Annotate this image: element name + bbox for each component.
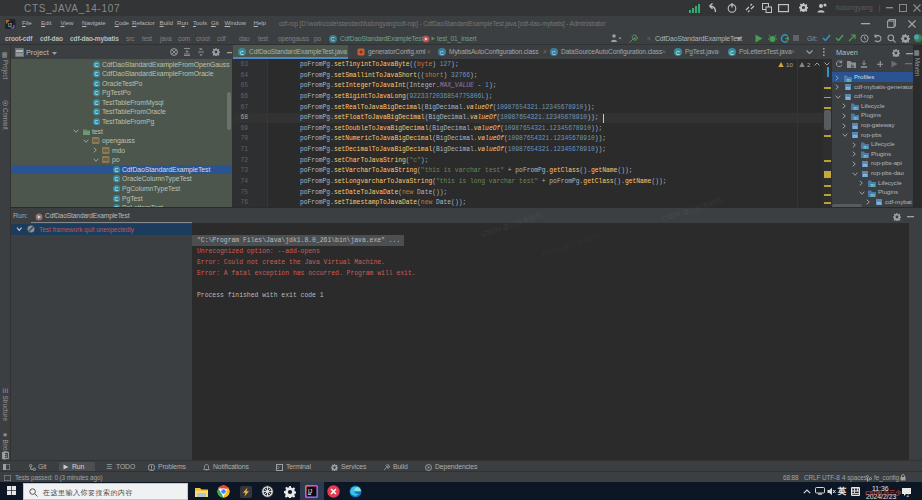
svg-text:C: C [115,167,119,173]
svg-text:m: m [864,143,868,149]
svg-text:C: C [95,81,99,87]
svg-text:m: m [877,200,881,206]
svg-text:C: C [115,186,119,192]
svg-text:m: m [854,114,858,120]
svg-text:C: C [95,119,99,125]
svg-text:C: C [115,196,119,202]
svg-text:C: C [240,50,244,56]
svg-text:C: C [95,100,99,106]
svg-text:C: C [440,50,444,56]
svg-text:C: C [95,109,99,115]
svg-text:m: m [854,105,858,111]
svg-text:C: C [552,50,556,56]
svg-text:m: m [863,171,867,177]
svg-text:m: m [853,133,857,139]
svg-text:m: m [864,153,868,159]
svg-text:C: C [730,50,734,56]
svg-text:m: m [847,76,851,82]
svg-text:C: C [95,71,99,77]
svg-text:IJ: IJ [8,22,12,27]
svg-text:m: m [871,191,875,197]
svg-text:m: m [846,94,850,100]
svg-text:m: m [863,162,867,168]
svg-text:C: C [331,36,335,42]
svg-text:m: m [853,123,857,129]
svg-text:C: C [676,50,680,56]
svg-text:C: C [95,62,99,68]
svg-text:C: C [115,176,119,182]
svg-text:m: m [871,182,875,188]
svg-text:C: C [95,90,99,96]
svg-text:m: m [846,85,850,91]
svg-text:IJ: IJ [308,488,313,494]
